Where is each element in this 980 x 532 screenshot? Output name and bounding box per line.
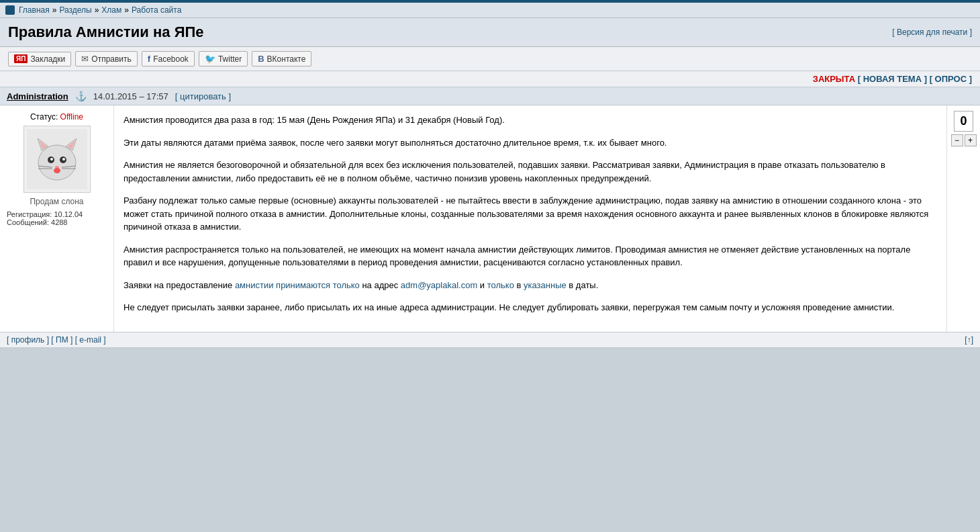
page-title: Правила Амнистии на ЯПе	[8, 24, 204, 41]
page-title-bar: Правила Амнистии на ЯПе [ Версия для печ…	[0, 18, 980, 47]
vk-button[interactable]: В ВКонтакте	[252, 51, 311, 66]
breadcrumb-work[interactable]: Работа сайта	[132, 5, 181, 15]
rating-controls: − +	[950, 134, 977, 146]
post-footer: [ профиль ] [ ПМ ] [ e-mail ] [↑]	[0, 332, 980, 347]
paragraph-1: Амнистия проводится два раза в год: 15 м…	[124, 114, 937, 127]
action-bar: ЗАКРЫТА [ НОВАЯ ТЕМА ] [ ОПРОС ]	[0, 71, 980, 87]
pm-link[interactable]: [ ПМ ]	[51, 335, 72, 345]
user-title: Продам слона	[7, 197, 107, 206]
bookmarks-button[interactable]: ЯП Закладки	[8, 52, 71, 66]
svg-point-8	[50, 158, 53, 161]
rating-number: 0	[954, 111, 973, 132]
email-link[interactable]: adm@yaplakal.com	[401, 280, 477, 290]
post-content: Амнистия проводится два раза в год: 15 м…	[114, 105, 946, 332]
vk-label: ВКонтакте	[267, 54, 306, 64]
home-icon	[5, 5, 15, 15]
post-body-wrapper: Статус: Offline	[0, 105, 980, 332]
post-container: Administration ⚓ 14.01.2015 – 17:57 [ ци…	[0, 87, 980, 348]
rating-minus-button[interactable]: −	[951, 134, 963, 146]
facebook-icon: f	[148, 54, 150, 64]
bookmarks-label: Закладки	[30, 54, 65, 64]
mail-icon: ✉	[81, 54, 89, 64]
profile-link[interactable]: [ профиль ]	[7, 335, 49, 345]
cite-link[interactable]: [ цитировать ]	[175, 91, 231, 101]
twitter-label: Twitter	[218, 54, 242, 64]
user-meta: Регистрация: 10.12.04 Сообщений: 4288	[7, 210, 107, 226]
poll-link[interactable]: [ ОПРОС ]	[930, 74, 972, 84]
print-link[interactable]: [ Версия для печати ]	[892, 28, 972, 37]
rating-box: 0 − +	[946, 105, 980, 332]
twitter-button[interactable]: 🐦 Twitter	[199, 51, 248, 66]
paragraph-2: Эти даты являются датами приёма заявок, …	[124, 136, 937, 150]
social-bar: ЯП Закладки ✉ Отправить f Facebook 🐦 Twi…	[0, 47, 980, 71]
breadcrumb-hlam[interactable]: Хлам	[101, 5, 121, 15]
svg-point-9	[62, 158, 65, 161]
posts-info: Сообщений: 4288	[7, 218, 107, 226]
breadcrumb-razdelы[interactable]: Разделы	[59, 5, 91, 15]
username-link[interactable]: Administration	[7, 91, 68, 101]
breadcrumb-home[interactable]: Главная	[19, 5, 50, 15]
breadcrumb-sep1: »	[52, 5, 57, 15]
send-button[interactable]: ✉ Отправить	[75, 51, 138, 66]
user-avatar	[23, 126, 91, 193]
new-topic-link[interactable]: [ НОВАЯ ТЕМА ]	[858, 74, 927, 84]
status-value: Offline	[60, 112, 83, 122]
rating-plus-button[interactable]: +	[965, 134, 977, 146]
avatar-image	[27, 129, 87, 189]
post-footer-links: [ профиль ] [ ПМ ] [ e-mail ]	[7, 335, 106, 345]
svg-point-15	[54, 168, 60, 173]
facebook-label: Facebook	[153, 54, 189, 64]
paragraph-4: Разбану подлежат только самые первые (ос…	[124, 194, 937, 234]
breadcrumb-sep3: »	[124, 5, 129, 15]
post-header: Administration ⚓ 14.01.2015 – 17:57 [ ци…	[0, 87, 980, 105]
breadcrumb-sep2: »	[95, 5, 99, 15]
user-info: Статус: Offline	[0, 105, 114, 332]
post-date: 14.01.2015 – 17:57	[93, 91, 168, 101]
twitter-icon: 🐦	[205, 54, 215, 64]
anchor-icon: ⚓	[75, 91, 87, 101]
main-wrapper: Главная » Разделы » Хлам » Работа сайта …	[0, 3, 980, 348]
top-arrow-link[interactable]: [↑]	[965, 335, 973, 345]
email-footer-link[interactable]: [ e-mail ]	[75, 335, 106, 345]
facebook-button[interactable]: f Facebook	[142, 51, 195, 66]
svg-point-1	[38, 145, 76, 180]
paragraph-3: Амнистия не является безоговорочной и об…	[124, 159, 937, 185]
reg-info: Регистрация: 10.12.04	[7, 210, 107, 218]
vk-icon: В	[258, 54, 264, 64]
send-label: Отправить	[91, 54, 132, 64]
closed-label: ЗАКРЫТА	[813, 74, 855, 84]
yp-icon: ЯП	[14, 54, 28, 63]
paragraph-7: Не следует присылать заявки заранее, либ…	[124, 301, 937, 314]
user-status: Статус: Offline	[7, 112, 107, 122]
paragraph-6: Заявки на предоставление амнистии приним…	[124, 279, 937, 292]
paragraph-5: Амнистия распространяется только на поль…	[124, 243, 937, 269]
breadcrumb: Главная » Разделы » Хлам » Работа сайта	[0, 3, 980, 18]
